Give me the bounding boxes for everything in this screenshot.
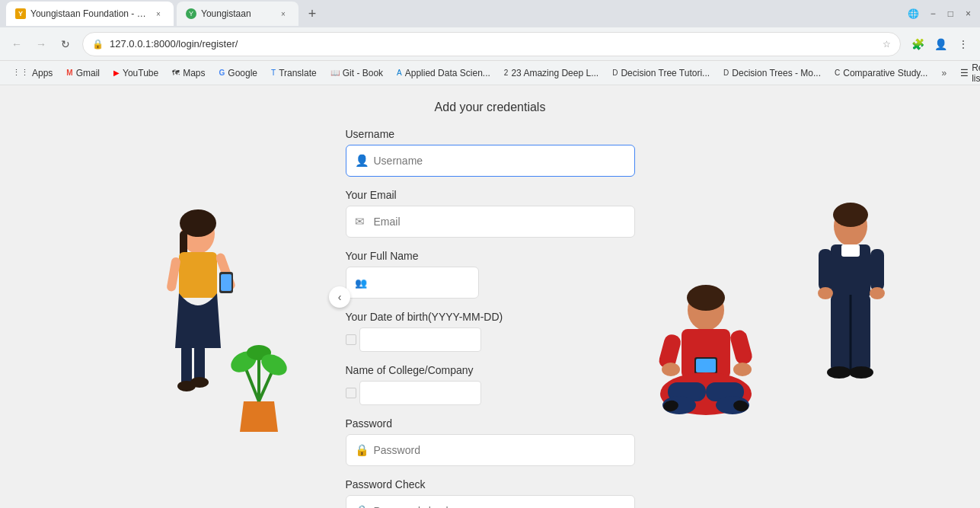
svg-rect-34 [729, 328, 754, 366]
password-input-wrapper: 🔒 [346, 434, 635, 466]
chevron-left-icon: ‹ [338, 291, 342, 303]
bookmark-translate[interactable]: T Translate [265, 65, 323, 81]
bookmark-youtube[interactable]: ▶ YouTube [107, 65, 164, 81]
email-input[interactable] [346, 206, 635, 238]
new-tab-button[interactable]: + [302, 3, 323, 24]
toolbar: ← → ↻ 🔒 127.0.0.1:8000/login/register/ ☆… [0, 27, 980, 61]
prev-arrow-button[interactable]: ‹ [329, 286, 350, 308]
gitbook-label: Git - Book [343, 68, 383, 78]
fullname-input-wrapper: 👥 [346, 267, 635, 299]
translate-label: Translate [279, 68, 317, 78]
page-content: ‹ Add your credentials Username 👤 Your E… [0, 85, 980, 508]
bookmark-gmail[interactable]: M Gmail [60, 65, 106, 81]
reading-list-label: Reading list [972, 62, 980, 84]
bookmark-comparative[interactable]: C Comparative Study... [828, 65, 934, 81]
dob-input-wrapper [346, 327, 635, 352]
tab2-close[interactable]: × [277, 8, 289, 20]
maps-label: Maps [183, 68, 205, 78]
tab-active[interactable]: Y Youngistaan Foundation - Regis × [6, 2, 174, 26]
browser-frame: Y Youngistaan Foundation - Regis × Y You… [0, 0, 980, 508]
username-icon: 👤 [355, 154, 369, 168]
address-bar[interactable]: 🔒 127.0.0.1:8000/login/register/ ☆ [82, 32, 901, 56]
apps-label: Apps [32, 68, 53, 78]
tab2[interactable]: Y Youngistaan × [177, 2, 298, 26]
google-label: Google [228, 68, 257, 78]
username-label: Username [346, 128, 635, 140]
form-header: Add your credentials [346, 101, 635, 114]
forward-button[interactable]: → [30, 34, 52, 55]
svg-point-35 [662, 363, 680, 376]
bookmark-gitbook[interactable]: 📖 Git - Book [324, 65, 389, 81]
decisiontree1-icon: D [612, 69, 618, 77]
dob-label: Your Date of birth(YYYY-MM-DD) [346, 311, 635, 323]
dob-checkbox[interactable] [346, 334, 356, 345]
svg-rect-22 [819, 249, 832, 291]
username-group: Username 👤 [346, 128, 635, 177]
decisiontree1-label: Decision Tree Tutori... [621, 68, 710, 78]
svg-rect-38 [696, 359, 716, 372]
bookmark-decisiontree1[interactable]: D Decision Tree Tutori... [606, 65, 716, 81]
tab1-close[interactable]: × [152, 8, 164, 20]
bookmark-apps[interactable]: ⋮⋮ Apps [6, 65, 59, 81]
gmail-label: Gmail [76, 68, 100, 78]
bookmark-maps[interactable]: 🗺 Maps [166, 65, 211, 81]
extensions-icon[interactable]: 🧩 [907, 34, 928, 55]
gitbook-icon: 📖 [330, 69, 340, 77]
tab2-label: Youngistaan [201, 8, 273, 19]
college-checkbox[interactable] [346, 388, 356, 398]
svg-rect-8 [181, 344, 192, 386]
comparative-icon: C [835, 69, 840, 77]
address-text: 127.0.0.1:8000/login/register/ [110, 38, 876, 50]
svg-point-11 [190, 377, 209, 388]
maps-icon: 🗺 [172, 69, 180, 77]
email-group: Your Email ✉ [346, 189, 635, 238]
dob-input[interactable] [359, 327, 481, 352]
bookmark-google[interactable]: G Google [213, 65, 263, 81]
svg-point-31 [687, 285, 725, 311]
minimize-button[interactable]: − [927, 5, 939, 22]
password-input[interactable] [346, 434, 635, 466]
23amazing-icon: 2 [504, 69, 509, 77]
svg-rect-21 [841, 244, 860, 257]
bookmark-23amazing[interactable]: 2 23 Amazing Deep L... [498, 65, 605, 81]
bookmarks-bar: ⋮⋮ Apps M Gmail ▶ YouTube 🗺 Maps G Googl… [0, 61, 980, 85]
youtube-label: YouTube [123, 68, 158, 78]
svg-rect-23 [870, 249, 884, 291]
toolbar-right: 🧩 👤 ⋮ [907, 34, 974, 55]
svg-rect-6 [221, 274, 231, 291]
svg-point-36 [733, 363, 752, 376]
comparative-label: Comparative Study... [843, 68, 927, 78]
svg-point-25 [870, 287, 885, 299]
more-options-icon[interactable]: ⋮ [953, 34, 974, 55]
reload-button[interactable]: ↻ [55, 34, 76, 55]
back-button[interactable]: ← [6, 34, 27, 55]
bookmark-star-icon[interactable]: ☆ [883, 39, 891, 50]
23amazing-label: 23 Amazing Deep L... [511, 68, 599, 78]
svg-rect-3 [179, 252, 217, 298]
password-check-input-wrapper: 🔒 [346, 495, 635, 508]
username-input[interactable] [346, 145, 635, 177]
more-bookmarks-button[interactable]: » [935, 65, 953, 81]
password-check-label: Password Check [346, 478, 635, 490]
bookmark-decisiontree2[interactable]: D Decision Trees - Mo... [717, 65, 827, 81]
close-button[interactable]: × [962, 5, 974, 22]
email-label: Your Email [346, 189, 635, 201]
college-input-wrapper [346, 381, 635, 405]
apps-icon: ⋮⋮ [12, 68, 29, 78]
maximize-button[interactable]: □ [945, 5, 956, 22]
password-icon: 🔒 [355, 443, 369, 457]
gmail-icon: M [66, 69, 72, 77]
fullname-group: Your Full Name 👥 [346, 250, 635, 299]
left-illustration [0, 85, 339, 508]
profile-icon[interactable]: 👤 [930, 34, 951, 55]
applieddata-icon: A [397, 69, 402, 77]
bookmark-applieddata[interactable]: A Applied Data Scien... [391, 65, 496, 81]
lock-icon: 🔒 [92, 39, 104, 50]
password-check-input[interactable] [346, 495, 635, 508]
chrome-extension-icon[interactable]: 🌐 [906, 6, 921, 21]
reading-list[interactable]: ☰ Reading list [954, 59, 980, 87]
svg-point-28 [827, 366, 851, 379]
youtube-icon: ▶ [113, 69, 120, 77]
password-check-group: Password Check 🔒 [346, 478, 635, 508]
college-input[interactable] [359, 381, 481, 405]
